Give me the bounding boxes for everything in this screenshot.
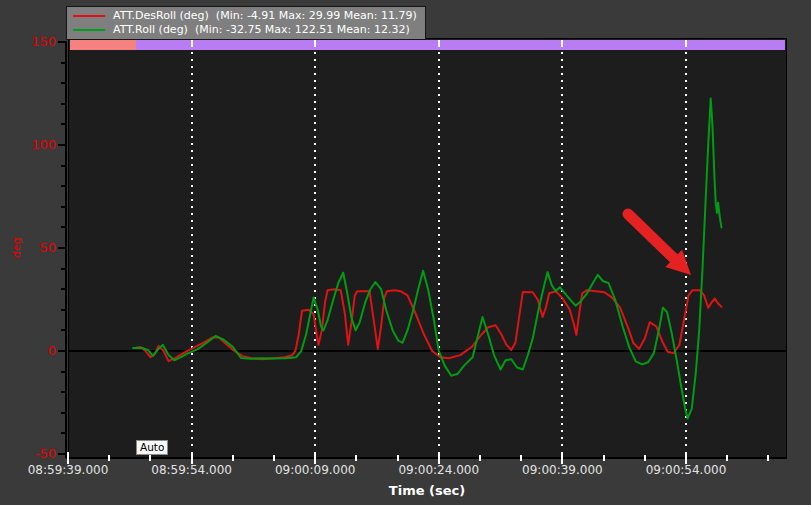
auto-button[interactable]: Auto <box>136 440 168 455</box>
mode-bar <box>70 40 784 50</box>
legend-row: ATT.Roll (deg) (Min: -32.75 Max: 122.51 … <box>73 23 417 37</box>
legend-row: ATT.DesRoll (deg) (Min: -4.91 Max: 29.99… <box>73 9 417 23</box>
annotation-arrow <box>628 214 691 275</box>
roll-line-sample-icon <box>73 29 105 31</box>
x-tick-label: 09:00:39.000 <box>507 463 617 477</box>
x-tick-label: 08:59:54.000 <box>137 463 247 477</box>
gridlines <box>192 40 686 446</box>
x-tick-label: 09:00:24.000 <box>384 463 494 477</box>
x-tick-label: 08:59:39.000 <box>13 463 123 477</box>
y-tick-label: -50 <box>14 446 56 461</box>
series-att-roll <box>133 99 721 419</box>
mavexplorer-graph-window: ATT.DesRoll (deg) (Min: -4.91 Max: 29.99… <box>0 0 811 505</box>
desroll-line-sample-icon <box>73 15 105 17</box>
axis-ticks <box>58 41 787 464</box>
y-tick-label: 100 <box>14 137 56 152</box>
x-axis-title: Time (sec) <box>367 483 487 498</box>
legend-label-roll: ATT.Roll (deg) (Min: -32.75 Max: 122.51 … <box>113 23 410 37</box>
x-tick-label: 09:00:09.000 <box>260 463 370 477</box>
y-tick-label: 50 <box>14 240 56 255</box>
legend: ATT.DesRoll (deg) (Min: -4.91 Max: 29.99… <box>66 6 426 40</box>
y-tick-label: 150 <box>14 34 56 49</box>
x-tick-label: 09:00:54.000 <box>631 463 741 477</box>
plot-canvas[interactable] <box>0 0 811 505</box>
y-tick-label: 0 <box>14 343 56 358</box>
legend-label-desroll: ATT.DesRoll (deg) (Min: -4.91 Max: 29.99… <box>113 9 417 23</box>
